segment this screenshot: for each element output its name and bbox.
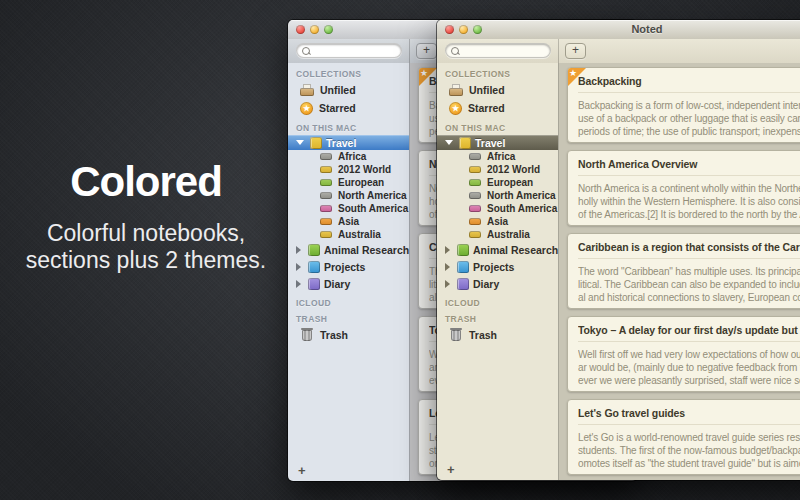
collections-header: COLLECTIONS <box>445 69 558 79</box>
sidebar: COLLECTIONS Unfiled ★ Starred ON THIS MA… <box>288 63 410 481</box>
sidebar-item-diary[interactable]: Diary <box>288 275 409 292</box>
toolbar: + <box>437 39 800 63</box>
section-tag-icon <box>320 205 332 212</box>
starred-corner-icon: ★ <box>567 67 587 87</box>
disclosure-closed-icon[interactable] <box>296 263 301 271</box>
on-this-mac-header: ON THIS MAC <box>445 123 558 133</box>
notebook-icon-travel <box>459 137 471 149</box>
sidebar-item-unfiled[interactable]: Unfiled <box>437 81 558 99</box>
notebook-icon-projects <box>457 261 469 273</box>
card-divider <box>578 424 800 425</box>
star-icon: ★ <box>449 102 462 115</box>
sidebar-item-2012-world[interactable]: 2012 World <box>288 163 409 176</box>
star-icon: ★ <box>300 102 313 115</box>
sidebar-item-unfiled[interactable]: Unfiled <box>288 81 409 99</box>
section-tag-icon <box>320 218 332 225</box>
search-input[interactable] <box>445 43 551 58</box>
section-tag-icon <box>469 192 481 199</box>
zoom-button[interactable] <box>324 25 333 34</box>
sidebar-item-africa[interactable]: Africa <box>288 150 409 163</box>
sidebar-item-european[interactable]: European <box>437 176 558 189</box>
section-tag-icon <box>469 231 481 238</box>
close-button[interactable] <box>296 25 305 34</box>
sidebar-item-travel[interactable]: Travel <box>288 135 409 150</box>
sidebar-item-north-america[interactable]: North America <box>288 189 409 202</box>
sidebar-item-starred[interactable]: ★ Starred <box>288 99 409 117</box>
disclosure-open-icon[interactable] <box>445 140 453 145</box>
disclosure-closed-icon[interactable] <box>296 280 301 288</box>
add-notebook-button[interactable]: + <box>447 464 455 476</box>
section-tag-icon <box>469 179 481 186</box>
note-list: ★ Backpacking Backpacking is a form of l… <box>559 63 800 480</box>
icloud-header: ICLOUD <box>296 298 409 308</box>
sidebar-item-european[interactable]: European <box>288 176 409 189</box>
minimize-button[interactable] <box>310 25 319 34</box>
section-tag-icon <box>469 166 481 173</box>
search-icon <box>451 47 459 55</box>
sidebar-item-africa[interactable]: Africa <box>437 150 558 163</box>
section-tag-icon <box>320 231 332 238</box>
note-card-tokyo[interactable]: Tokyo – A delay for our first day/s upda… <box>567 316 800 392</box>
noted-window-sepia-theme: Noted + COLLECTIONS Unfiled ★ Starred ON… <box>437 20 800 480</box>
tagline: Colored Colorful notebooks, sections plu… <box>0 158 292 274</box>
sidebar-item-south-america[interactable]: South America <box>288 202 409 215</box>
sidebar-item-north-america[interactable]: North America <box>437 189 558 202</box>
sidebar-item-asia[interactable]: Asia <box>288 215 409 228</box>
section-tag-icon <box>469 205 481 212</box>
sidebar-item-travel[interactable]: Travel <box>437 135 558 150</box>
window-body: COLLECTIONS Unfiled ★ Starred ON THIS MA… <box>437 63 800 480</box>
collections-header: COLLECTIONS <box>296 69 409 79</box>
disclosure-closed-icon[interactable] <box>445 280 450 288</box>
disclosure-closed-icon[interactable] <box>445 246 450 254</box>
sidebar: COLLECTIONS Unfiled ★ Starred ON THIS MA… <box>437 63 559 480</box>
on-this-mac-header: ON THIS MAC <box>296 123 409 133</box>
note-card-lets-go[interactable]: Let's Go travel guides Let's Go is a wor… <box>567 399 800 475</box>
disclosure-closed-icon[interactable] <box>296 246 301 254</box>
tagline-title: Colored <box>0 158 292 206</box>
traffic-lights <box>445 25 482 34</box>
sidebar-item-asia[interactable]: Asia <box>437 215 558 228</box>
zoom-button[interactable] <box>473 25 482 34</box>
sidebar-item-trash[interactable]: Trash <box>288 326 409 344</box>
screenshot-background: Colored Colorful notebooks, sections plu… <box>0 0 800 500</box>
new-note-button[interactable]: + <box>416 43 437 59</box>
window-title: Noted <box>437 20 800 39</box>
search-icon <box>302 47 310 55</box>
notebook-icon-animal-research <box>457 244 469 256</box>
sidebar-item-australia[interactable]: Australia <box>437 228 558 241</box>
sidebar-item-trash[interactable]: Trash <box>437 326 558 344</box>
unfiled-box-icon <box>300 84 314 96</box>
icloud-header: ICLOUD <box>445 298 558 308</box>
minimize-button[interactable] <box>459 25 468 34</box>
sidebar-item-starred[interactable]: ★ Starred <box>437 99 558 117</box>
sidebar-item-2012-world[interactable]: 2012 World <box>437 163 558 176</box>
tagline-subtitle-line1: Colorful notebooks, <box>0 220 292 247</box>
search-input[interactable] <box>296 43 402 58</box>
section-tag-icon <box>320 179 332 186</box>
titlebar[interactable]: Noted <box>437 20 800 39</box>
note-card-caribbean[interactable]: Caribbean is a region that consists of t… <box>567 233 800 309</box>
unfiled-box-icon <box>449 84 463 96</box>
section-tag-icon <box>469 218 481 225</box>
sidebar-item-australia[interactable]: Australia <box>288 228 409 241</box>
sidebar-item-animal-research[interactable]: Animal Research <box>288 241 409 258</box>
new-note-button[interactable]: + <box>565 43 586 59</box>
note-card-backpacking[interactable]: ★ Backpacking Backpacking is a form of l… <box>567 67 800 143</box>
sidebar-item-south-america[interactable]: South America <box>437 202 558 215</box>
section-tag-icon <box>469 153 481 160</box>
traffic-lights <box>296 25 333 34</box>
note-card-north-america[interactable]: North America Overview North America is … <box>567 150 800 226</box>
starred-corner-icon: ★ <box>418 67 438 87</box>
disclosure-open-icon[interactable] <box>296 140 304 145</box>
trash-header: TRASH <box>445 314 558 324</box>
sidebar-item-diary[interactable]: Diary <box>437 275 558 292</box>
card-divider <box>578 341 800 342</box>
close-button[interactable] <box>445 25 454 34</box>
add-notebook-button[interactable]: + <box>298 465 306 477</box>
card-divider <box>578 258 800 259</box>
card-divider <box>578 175 800 176</box>
sidebar-item-projects[interactable]: Projects <box>288 258 409 275</box>
disclosure-closed-icon[interactable] <box>445 263 450 271</box>
sidebar-item-projects[interactable]: Projects <box>437 258 558 275</box>
sidebar-item-animal-research[interactable]: Animal Research <box>437 241 558 258</box>
